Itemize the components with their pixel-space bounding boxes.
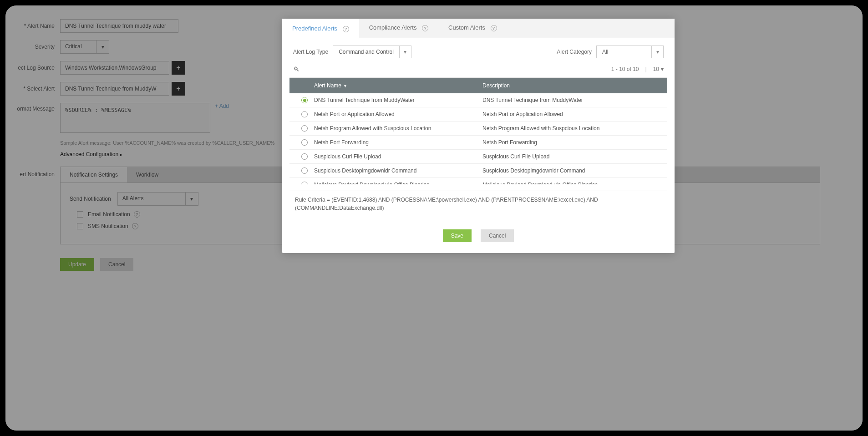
table-row[interactable]: Netsh Port or Application AllowedNetsh P… bbox=[289, 107, 667, 122]
table-row[interactable]: Suspicious Desktopimgdownldr CommandSusp… bbox=[289, 164, 667, 178]
alert-category-select[interactable]: All ▾ bbox=[596, 46, 664, 58]
row-radio[interactable] bbox=[301, 111, 308, 117]
modal-cancel-button[interactable]: Cancel bbox=[481, 229, 514, 242]
alerts-table: Alert Name▼ Description DNS Tunnel Techn… bbox=[289, 77, 667, 184]
help-icon[interactable]: ? bbox=[491, 25, 497, 31]
row-radio[interactable] bbox=[301, 125, 308, 132]
alert-category-label: Alert Category bbox=[557, 49, 592, 55]
column-description[interactable]: Description bbox=[482, 82, 662, 89]
table-row[interactable]: DNS Tunnel Technique from MuddyWaterDNS … bbox=[289, 93, 667, 107]
tab-predefined-alerts[interactable]: Predefined Alerts ? bbox=[282, 19, 359, 38]
row-description: Netsh Port or Application Allowed bbox=[482, 111, 662, 117]
column-alert-name[interactable]: Alert Name▼ bbox=[314, 82, 482, 89]
row-alert-name: Netsh Program Allowed with Suspcious Loc… bbox=[314, 125, 482, 132]
row-alert-name: Malicious Payload Download via Office Bi… bbox=[314, 182, 482, 184]
tab-custom-alerts[interactable]: Custom Alerts ? bbox=[438, 19, 507, 38]
row-description: Suspicious Curl File Upload bbox=[482, 153, 662, 160]
sort-desc-icon: ▼ bbox=[343, 84, 347, 88]
pagination-info: 1 - 10 of 10 bbox=[611, 66, 639, 72]
row-alert-name: Suspicious Desktopimgdownldr Command bbox=[314, 167, 482, 174]
row-description: Suspicious Desktopimgdownldr Command bbox=[482, 167, 662, 174]
table-row[interactable]: Malicious Payload Download via Office Bi… bbox=[289, 178, 667, 184]
row-description: DNS Tunnel Technique from MuddyWater bbox=[482, 97, 662, 103]
row-alert-name: DNS Tunnel Technique from MuddyWater bbox=[314, 97, 482, 103]
row-alert-name: Netsh Port or Application Allowed bbox=[314, 111, 482, 117]
row-radio[interactable] bbox=[301, 167, 308, 174]
table-row[interactable]: Netsh Program Allowed with Suspcious Loc… bbox=[289, 122, 667, 136]
tab-compliance-alerts[interactable]: Compliance Alerts ? bbox=[359, 19, 438, 38]
alert-log-type-label: Alert Log Type bbox=[293, 49, 328, 55]
row-alert-name: Suspicious Curl File Upload bbox=[314, 153, 482, 160]
row-alert-name: Netsh Port Forwarding bbox=[314, 139, 482, 146]
row-radio[interactable] bbox=[301, 153, 308, 160]
row-description: Netsh Program Allowed with Suspcious Loc… bbox=[482, 125, 662, 132]
row-description: Netsh Port Forwarding bbox=[482, 139, 662, 146]
rule-criteria-text: Rule Criteria = (EVENTID:1,4688) AND (PR… bbox=[289, 191, 667, 221]
row-radio[interactable] bbox=[301, 97, 308, 103]
page-size-select[interactable]: 10 ▾ bbox=[653, 66, 664, 72]
help-icon[interactable]: ? bbox=[422, 25, 428, 31]
row-radio[interactable] bbox=[301, 182, 308, 184]
help-icon[interactable]: ? bbox=[343, 26, 349, 32]
table-row[interactable]: Suspicious Curl File UploadSuspicious Cu… bbox=[289, 150, 667, 164]
alert-log-type-select[interactable]: Command and Control ▾ bbox=[333, 46, 411, 58]
row-radio[interactable] bbox=[301, 139, 308, 146]
table-row[interactable]: Netsh Port ForwardingNetsh Port Forwardi… bbox=[289, 136, 667, 150]
chevron-down-icon: ▾ bbox=[399, 46, 411, 58]
row-description: Malicious Payload Download via Office Bi… bbox=[482, 182, 662, 184]
save-button[interactable]: Save bbox=[443, 229, 472, 242]
chevron-down-icon: ▾ bbox=[661, 66, 664, 72]
chevron-down-icon: ▾ bbox=[651, 46, 663, 58]
select-alert-modal: Predefined Alerts ? Compliance Alerts ? … bbox=[282, 19, 675, 253]
search-icon[interactable]: 🔍︎ bbox=[293, 66, 299, 73]
